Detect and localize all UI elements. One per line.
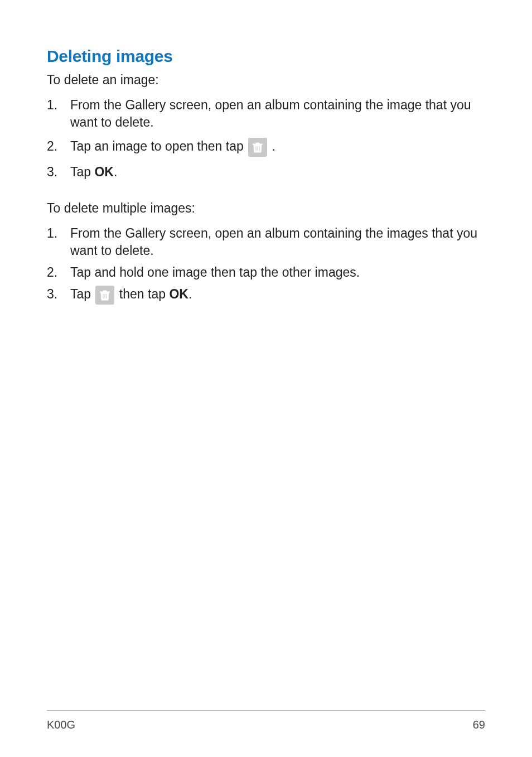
steps-multi-delete: From the Gallery screen, open an album c… <box>47 225 485 305</box>
step3-multi: Tap then tap OK. <box>47 286 485 305</box>
footer-page-number: 69 <box>473 719 485 731</box>
step3: Tap OK. <box>47 163 485 181</box>
step1: From the Gallery screen, open an album c… <box>47 97 485 131</box>
step3-ok: OK <box>94 165 114 179</box>
step3m-ok: OK <box>169 287 188 301</box>
intro-multi-delete: To delete multiple images: <box>47 200 485 217</box>
step2-multi: Tap and hold one image then tap the othe… <box>47 264 485 281</box>
step3-tap: Tap <box>70 165 94 179</box>
trash-icon <box>95 286 114 305</box>
step3m-tap: Tap <box>70 287 94 301</box>
trash-icon <box>248 138 267 157</box>
step3m-then: then tap <box>115 287 169 301</box>
step3m-period: . <box>188 287 192 301</box>
step2-text-after: . <box>272 139 275 153</box>
page-footer: K00G 69 <box>47 710 485 731</box>
steps-single-delete: From the Gallery screen, open an album c… <box>47 97 485 181</box>
intro-single-delete: To delete an image: <box>47 71 485 89</box>
section-heading: Deleting images <box>47 47 485 66</box>
footer-divider <box>47 710 485 711</box>
footer-model: K00G <box>47 719 75 731</box>
step3-period: . <box>114 165 117 179</box>
step2: Tap an image to open then tap . <box>47 138 485 157</box>
step1-multi: From the Gallery screen, open an album c… <box>47 225 485 259</box>
step2-text-before: Tap an image to open then tap <box>70 139 247 153</box>
